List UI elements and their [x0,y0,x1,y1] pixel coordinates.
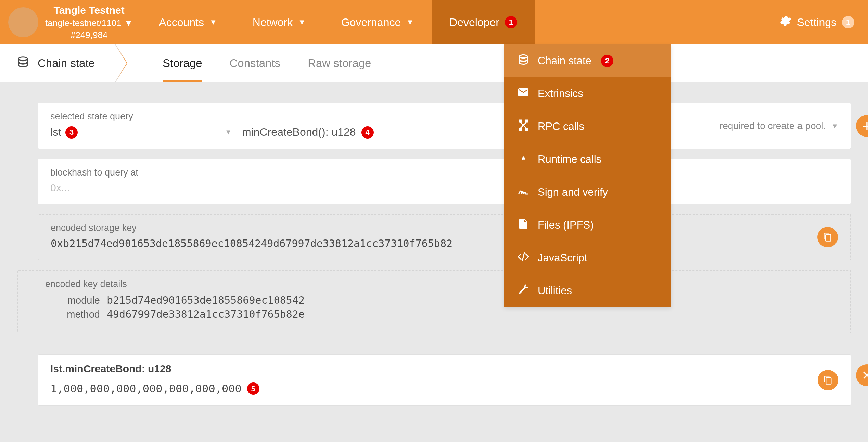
blockhash-label: blockhash to query at [50,167,838,178]
dropdown-item-utilities[interactable]: Utilities [504,274,671,307]
content-area: selected state query lst 3 ▼ minCreateBo… [0,82,868,406]
annotation-badge-4: 4 [361,126,374,139]
sub-navigation: Chain state Storage Constants Raw storag… [0,44,868,82]
network-icon [517,119,529,134]
runtime-icon [517,152,529,167]
signature-icon [517,185,529,200]
tab-storage[interactable]: Storage [163,44,202,82]
module-select[interactable]: lst 3 ▼ [50,126,232,139]
chevron-down-icon: ▼ [406,18,414,27]
execute-query-button[interactable]: + [856,115,868,137]
chevron-down-icon: ▼ [298,18,306,27]
chevron-down-icon: ▼ [225,128,232,136]
page-title: Chain state [38,57,95,70]
dropdown-item-sign[interactable]: Sign and verify [504,176,671,209]
result-title: lst.minCreateBond: u128 [50,363,809,375]
breadcrumb: Chain state [0,44,111,82]
nav-network[interactable]: Network ▼ [235,0,323,44]
dropdown-item-files[interactable]: Files (IPFS) [504,209,671,242]
code-icon [517,250,529,265]
encoded-key-card: encoded storage key 0xb215d74ed901653de1… [38,214,851,260]
chevron-down-icon: ▼ [831,122,838,130]
encoded-details-label: encoded key details [45,279,838,289]
detail-module-label: module [45,295,100,306]
dropdown-item-chain-state[interactable]: Chain state 2 [504,44,671,77]
detail-method-label: method [45,309,100,320]
gear-icon [779,15,791,30]
network-sub: tangle-testnet/1101 ▼ [45,17,133,29]
dropdown-item-javascript[interactable]: JavaScript [504,242,671,274]
file-icon [517,218,529,233]
nav-accounts[interactable]: Accounts ▼ [141,0,234,44]
blockhash-input[interactable]: 0x... [50,182,838,194]
wrench-icon [517,283,529,298]
network-selector[interactable]: Tangle Testnet tangle-testnet/1101 ▼ #24… [0,0,141,44]
network-logo [8,7,38,37]
database-icon [16,55,29,71]
tab-constants[interactable]: Constants [230,44,281,82]
annotation-badge-1: 1 [505,16,517,28]
breadcrumb-arrow [111,44,132,82]
annotation-badge-3: 3 [65,126,78,139]
nav-settings[interactable]: Settings 1 [765,0,868,44]
encoded-details-card: encoded key details module b215d74ed9016… [17,270,851,333]
network-name: Tangle Testnet [45,3,133,17]
encoded-key-value: 0xb215d74ed901653de1855869ec10854249d679… [51,237,809,249]
remove-result-button[interactable]: ✕ [856,364,868,386]
developer-dropdown: Chain state 2 Extrinsics RPC calls Runti… [504,44,671,307]
result-value: 1,000,000,000,000,000,000,000 [50,382,242,395]
settings-badge: 1 [842,16,854,28]
method-description: required to create a pool. ▼ [719,120,838,131]
encoded-key-label: encoded storage key [51,223,809,233]
detail-module-value: b215d74ed901653de1855869ec108542 [107,294,305,306]
result-card: lst.minCreateBond: u128 1,000,000,000,00… [38,354,851,406]
copy-encoded-key-button[interactable] [817,227,838,247]
chevron-down-icon: ▼ [124,17,133,29]
dropdown-item-rpc[interactable]: RPC calls [504,110,671,143]
nav-developer[interactable]: Developer 1 [432,0,535,44]
chevron-down-icon: ▼ [209,18,217,27]
detail-method-value: 49d67997de33812a1cc37310f765b82e [107,308,305,320]
annotation-badge-2: 2 [601,55,613,67]
database-icon [517,53,529,68]
dropdown-item-runtime[interactable]: Runtime calls [504,143,671,176]
annotation-badge-5: 5 [247,382,259,395]
tab-raw-storage[interactable]: Raw storage [308,44,371,82]
nav-governance[interactable]: Governance ▼ [323,0,432,44]
network-info: Tangle Testnet tangle-testnet/1101 ▼ #24… [45,3,133,41]
tray-icon [517,86,529,101]
blockhash-card: blockhash to query at 0x... [38,159,851,204]
dropdown-item-extrinsics[interactable]: Extrinsics [504,77,671,110]
top-navigation-bar: Tangle Testnet tangle-testnet/1101 ▼ #24… [0,0,868,44]
network-block-number: #249,984 [45,29,133,41]
copy-result-button[interactable] [818,370,838,390]
state-query-card: selected state query lst 3 ▼ minCreateBo… [38,103,851,149]
